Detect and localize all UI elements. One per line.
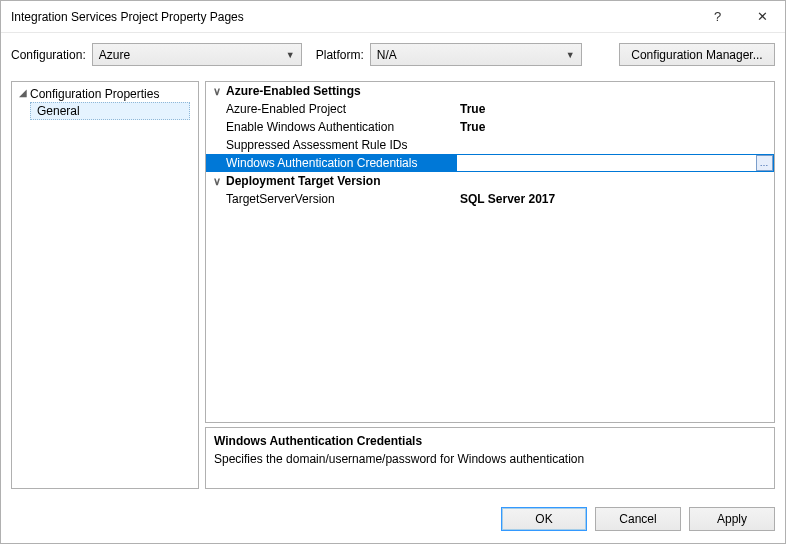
configuration-value: Azure (99, 48, 280, 62)
description-body: Specifies the domain/username/password f… (214, 452, 766, 466)
window-title: Integration Services Project Property Pa… (11, 10, 695, 24)
description-pane: Windows Authentication Credentials Speci… (205, 427, 775, 489)
platform-label: Platform: (316, 48, 364, 62)
tree-root-row[interactable]: ◢ Configuration Properties (12, 85, 198, 102)
help-button[interactable]: ? (695, 1, 740, 32)
main-area: ◢ Configuration Properties General ∨ Azu… (1, 81, 785, 499)
category-azure-settings[interactable]: ∨ Azure-Enabled Settings (206, 82, 774, 100)
nav-tree[interactable]: ◢ Configuration Properties General (11, 81, 199, 489)
platform-value: N/A (377, 48, 560, 62)
prop-windows-auth-credentials[interactable]: Windows Authentication Credentials … (206, 154, 774, 172)
tree-root-label: Configuration Properties (30, 87, 159, 101)
platform-dropdown[interactable]: N/A ▼ (370, 43, 582, 66)
configuration-dropdown[interactable]: Azure ▼ (92, 43, 302, 66)
configuration-manager-button[interactable]: Configuration Manager... (619, 43, 775, 66)
ok-button[interactable]: OK (501, 507, 587, 531)
chevron-down-icon: ▼ (286, 50, 295, 60)
configuration-label: Configuration: (11, 48, 86, 62)
collapse-icon[interactable]: ◢ (16, 87, 30, 98)
property-grid[interactable]: ∨ Azure-Enabled Settings Azure-Enabled P… (205, 81, 775, 423)
chevron-down-icon: ▼ (566, 50, 575, 60)
expand-icon[interactable]: ∨ (208, 172, 226, 190)
apply-button[interactable]: Apply (689, 507, 775, 531)
tree-item-general[interactable]: General (30, 102, 190, 120)
expand-icon[interactable]: ∨ (208, 82, 226, 100)
close-button[interactable]: ✕ (740, 1, 785, 32)
description-title: Windows Authentication Credentials (214, 434, 766, 448)
category-deployment-target[interactable]: ∨ Deployment Target Version (206, 172, 774, 190)
prop-enable-windows-auth[interactable]: Enable Windows Authentication True (206, 118, 774, 136)
prop-azure-enabled-project[interactable]: Azure-Enabled Project True (206, 100, 774, 118)
prop-target-server-version[interactable]: TargetServerVersion SQL Server 2017 (206, 190, 774, 208)
titlebar: Integration Services Project Property Pa… (1, 1, 785, 33)
cancel-button[interactable]: Cancel (595, 507, 681, 531)
config-row: Configuration: Azure ▼ Platform: N/A ▼ C… (1, 33, 785, 81)
footer-buttons: OK Cancel Apply (1, 499, 785, 543)
prop-suppressed-rule-ids[interactable]: Suppressed Assessment Rule IDs (206, 136, 774, 154)
ellipsis-button[interactable]: … (756, 155, 773, 171)
right-column: ∨ Azure-Enabled Settings Azure-Enabled P… (205, 81, 775, 489)
